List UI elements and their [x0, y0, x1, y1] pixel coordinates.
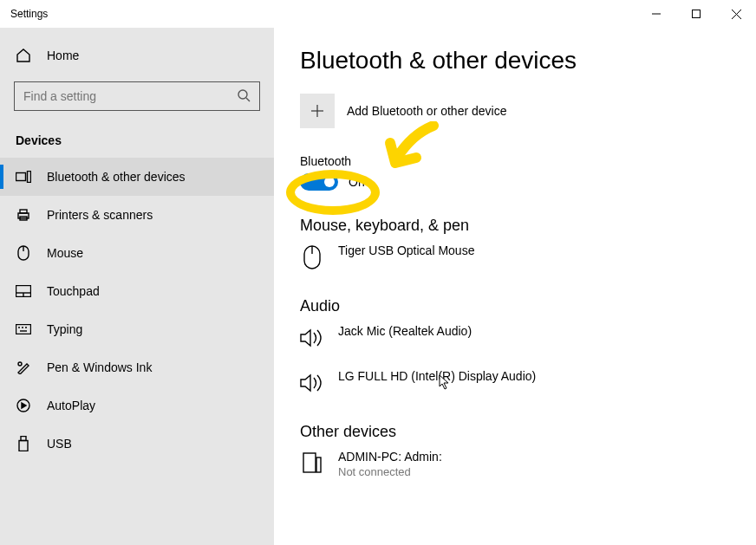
nav-touchpad[interactable]: Touchpad [0, 272, 274, 310]
home-button[interactable]: Home [0, 36, 274, 75]
svg-rect-30 [316, 457, 321, 472]
nav-pen[interactable]: Pen & Windows Ink [0, 348, 274, 386]
svg-rect-9 [20, 210, 27, 213]
nav-typing[interactable]: Typing [0, 310, 274, 348]
group-heading-audio: Audio [300, 297, 756, 315]
minimize-button[interactable] [636, 0, 676, 28]
pen-icon [16, 360, 31, 374]
touchpad-icon [16, 285, 31, 297]
keyboard-icon [16, 324, 31, 334]
nav-label: Printers & scanners [47, 208, 153, 222]
search-box[interactable] [14, 81, 260, 111]
group-heading-other: Other devices [300, 423, 756, 441]
bluetooth-heading: Bluetooth [300, 154, 756, 168]
nav-label: Mouse [47, 246, 83, 260]
usb-icon [16, 436, 31, 451]
add-device-button[interactable]: Add Bluetooth or other device [300, 94, 756, 128]
nav-printers[interactable]: Printers & scanners [0, 196, 274, 234]
svg-rect-24 [19, 441, 28, 451]
svg-rect-7 [28, 172, 31, 183]
nav-label: Touchpad [47, 284, 100, 298]
speaker-icon [300, 324, 324, 352]
maximize-button[interactable] [676, 0, 716, 28]
sidebar-section-heading: Devices [0, 125, 274, 158]
window-controls [636, 0, 756, 28]
svg-point-21 [18, 362, 22, 366]
device-name: ADMIN-PC: Admin: [338, 450, 442, 464]
nav-label: AutoPlay [47, 399, 95, 412]
close-button[interactable] [716, 0, 756, 28]
device-status: Not connected [338, 465, 442, 478]
content-pane: Bluetooth & other devices Add Bluetooth … [274, 28, 756, 545]
device-name: LG FULL HD (Intel(R) Display Audio) [338, 369, 536, 383]
device-name: Jack Mic (Realtek Audio) [338, 324, 472, 338]
search-input[interactable] [23, 89, 237, 103]
cursor-icon [439, 374, 451, 390]
svg-rect-23 [21, 437, 26, 441]
nav-label: USB [47, 437, 72, 451]
autoplay-icon [16, 399, 31, 412]
nav-bluetooth[interactable]: Bluetooth & other devices [0, 158, 274, 196]
device-row[interactable]: LG FULL HD (Intel(R) Display Audio) [300, 369, 756, 397]
plus-icon [300, 94, 335, 128]
search-icon [237, 88, 251, 105]
device-row[interactable]: Tiger USB Optical Mouse [300, 243, 756, 271]
pc-icon [300, 450, 324, 477]
home-label: Home [47, 49, 79, 62]
nav-usb[interactable]: USB [0, 425, 274, 463]
svg-rect-6 [16, 173, 26, 181]
nav-autoplay[interactable]: AutoPlay [0, 386, 274, 425]
svg-rect-1 [693, 10, 701, 18]
sidebar: Home Devices Bluetooth & other devices P… [0, 28, 274, 545]
device-row[interactable]: ADMIN-PC: Admin: Not connected [300, 450, 756, 478]
nav-label: Pen & Windows Ink [47, 360, 152, 374]
svg-line-5 [246, 98, 250, 101]
device-row[interactable]: Jack Mic (Realtek Audio) [300, 324, 756, 352]
titlebar: Settings [0, 0, 756, 28]
devices-icon [16, 171, 31, 183]
home-icon [16, 48, 31, 63]
nav-label: Typing [47, 322, 82, 336]
annotation-arrow-icon [381, 121, 442, 182]
nav-label: Bluetooth & other devices [47, 170, 186, 184]
svg-rect-29 [303, 453, 316, 472]
group-heading-mouse: Mouse, keyboard, & pen [300, 217, 756, 235]
add-device-label: Add Bluetooth or other device [347, 104, 506, 118]
mouse-icon [16, 245, 31, 261]
window-title: Settings [10, 8, 48, 20]
nav-list: Bluetooth & other devices Printers & sca… [0, 158, 274, 463]
mouse-icon [300, 243, 324, 271]
device-name: Tiger USB Optical Mouse [338, 243, 474, 257]
page-title: Bluetooth & other devices [300, 47, 756, 75]
svg-point-4 [238, 90, 247, 99]
svg-rect-16 [16, 325, 31, 334]
nav-mouse[interactable]: Mouse [0, 234, 274, 272]
speaker-icon [300, 369, 324, 397]
printer-icon [16, 208, 31, 222]
